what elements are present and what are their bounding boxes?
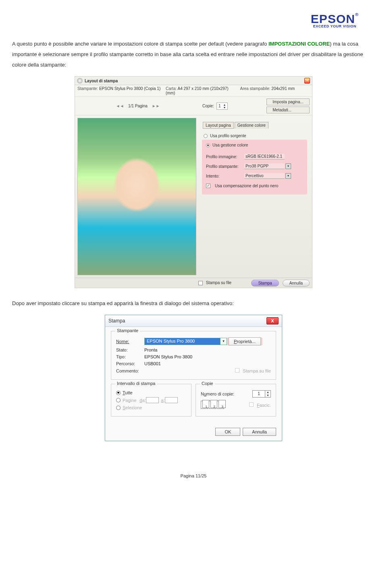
num-copies-label: Numero di copie: — [201, 391, 234, 396]
next-page-icon[interactable]: ►► — [152, 104, 160, 108]
state-value: Pronta — [144, 347, 157, 352]
logo-text: EPSON — [311, 12, 355, 25]
copies-label: Copie: — [202, 104, 214, 108]
path-value: USB001 — [144, 361, 161, 366]
radio-pages — [116, 398, 121, 402]
radio-color-management-label: Usa gestione colore — [212, 143, 248, 147]
copies-group: Copie Numero di copie: 1 ▲▼ 1 2 3 Fascic… — [196, 384, 276, 416]
image-profile-label: Profilo immagine: — [206, 155, 244, 159]
prev-page-icon[interactable]: ◄◄ — [116, 104, 124, 108]
range-group: Intervallo di stampa Tutte Pagine da: a:… — [111, 384, 191, 416]
black-point-checkbox[interactable]: ✓ — [206, 184, 210, 188]
printer-group-legend: Stampante — [115, 328, 140, 333]
dropdown-arrow-icon[interactable]: ▼ — [285, 173, 291, 179]
dialog-title: Stampa — [108, 318, 266, 324]
close-icon[interactable]: X — [266, 317, 279, 324]
dropdown-arrow-icon[interactable]: ▼ — [285, 163, 291, 169]
paper-label: Carta: — [166, 86, 177, 91]
from-input — [146, 397, 159, 403]
collate-icon: 2 — [209, 401, 216, 409]
properties-button[interactable]: Proprietà... — [229, 337, 261, 345]
window-icon — [77, 78, 83, 84]
print-to-file-label: Stampa su file — [206, 280, 231, 285]
to-label: a: — [161, 398, 165, 403]
comment-label: Commento: — [116, 368, 144, 373]
radio-source-profile-label: Usa profilo sorgente — [210, 134, 246, 138]
page-number: Pagina 11/25 — [12, 473, 375, 478]
cancel-button[interactable]: Annulla — [283, 280, 310, 287]
radio-source-profile[interactable] — [204, 134, 208, 138]
collate-label: Fascic. — [257, 403, 271, 408]
print-to-file-checkbox[interactable]: ✓ — [198, 281, 203, 285]
path-label: Percorso: — [116, 361, 144, 366]
collate-checkbox — [249, 402, 254, 407]
logo-block: EPSON® EXCEED YOUR VISION — [12, 8, 375, 29]
reference-link: IMPOSTAZIONI COLORE — [268, 41, 330, 47]
collate-icon: 3 — [217, 401, 224, 409]
num-copies-spinner[interactable]: 1 ▲▼ — [252, 390, 271, 398]
radio-selection — [116, 406, 121, 410]
copies-spinner[interactable]: 1▲▼ — [216, 103, 228, 110]
print-to-file-label: Stampa su file — [243, 368, 271, 373]
radio-pages-label: Pagine — [123, 398, 136, 403]
print-to-file-checkbox — [235, 368, 239, 372]
name-label: Nome: — [116, 339, 144, 344]
radio-selection-label: Selezione — [123, 405, 142, 410]
intent-label: Intento: — [206, 174, 244, 178]
type-value: EPSON Stylus Pro 3800 — [144, 354, 192, 359]
printer-label: Stampante: — [77, 86, 98, 91]
system-print-dialog: Stampa X Stampante Nome: EPSON Stylus Pr… — [105, 315, 282, 441]
cancel-button[interactable]: Annulla — [243, 428, 276, 436]
collate-icon: 1 — [201, 401, 208, 409]
range-legend: Intervallo di stampa — [115, 381, 157, 386]
intent-dropdown[interactable]: Percettivo — [244, 173, 285, 179]
image-profile-value: sRGB IEC61966-2.1 — [244, 154, 285, 159]
tab-layout[interactable]: Layout pagina — [203, 122, 234, 129]
preview-photo — [78, 118, 196, 275]
logo-registered: ® — [355, 12, 359, 17]
from-label: da: — [139, 398, 146, 403]
printer-profile-dropdown[interactable]: Pro38 PGPP — [244, 163, 285, 169]
area-value: 204x291 mm — [271, 86, 295, 91]
printer-group: Stampante Nome: EPSON Stylus Pro 3800 ▼ … — [111, 331, 276, 380]
page-setup-button[interactable]: Imposta pagina... — [266, 98, 310, 105]
tab-color-management[interactable]: Gestione colore — [235, 122, 268, 129]
print-layout-dialog: Layout di stampa × Stampante: EPSON Styl… — [75, 76, 312, 288]
state-label: Stato: — [116, 347, 144, 352]
type-label: Tipo: — [116, 354, 144, 359]
black-point-label: Usa compensazione del punto nero — [215, 184, 278, 188]
middle-paragraph: Dopo aver impostato cliccare su stampa e… — [12, 298, 375, 309]
printer-value: EPSON Stylus Pro 3800 (Copia 1) — [99, 86, 160, 91]
metadata-button[interactable]: Metadati... — [266, 107, 310, 113]
close-icon[interactable]: × — [304, 78, 310, 84]
highlighted-settings: Usa gestione colore Profilo immagine: sR… — [202, 140, 307, 195]
printer-name-dropdown[interactable]: EPSON Stylus Pro 3800 ▼ — [144, 338, 227, 345]
radio-all-label: Tutte — [123, 390, 133, 395]
printer-profile-label: Profilo stampante: — [206, 164, 244, 169]
radio-all[interactable] — [116, 391, 121, 395]
print-button[interactable]: Stampa — [251, 280, 279, 287]
page-indicator: 1/1 Pagina — [128, 104, 148, 108]
dropdown-arrow-icon[interactable]: ▼ — [220, 338, 227, 345]
intro-paragraph: A questo punto è possibile anche variare… — [12, 39, 375, 70]
print-preview — [77, 118, 196, 275]
radio-color-management[interactable] — [206, 143, 210, 147]
window-title: Layout di stampa — [85, 79, 304, 83]
area-label: Area stampabile: — [240, 86, 270, 91]
ok-button[interactable]: OK — [215, 428, 240, 436]
to-input — [165, 397, 178, 403]
copies-legend: Copie — [200, 381, 215, 386]
